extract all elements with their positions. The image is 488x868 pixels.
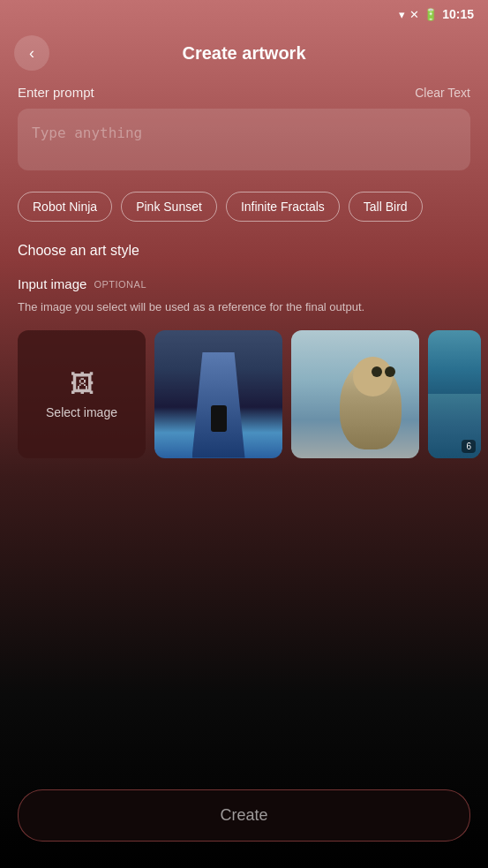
nature-image[interactable]: 6	[428, 330, 481, 458]
optional-badge: OPTIONAL	[94, 279, 146, 290]
chip-tall-bird[interactable]: Tall Bird	[349, 192, 423, 222]
back-icon: ‹	[29, 44, 34, 63]
select-image-label: Select image	[46, 405, 117, 419]
status-bar: ▾ ✕ 🔋 10:15	[0, 0, 488, 28]
content-area: Enter prompt Clear Text Robot Ninja Pink…	[0, 85, 488, 458]
input-image-label: Input image	[18, 276, 86, 291]
escalator-image[interactable]	[154, 330, 282, 458]
owl-right-eye	[385, 366, 395, 377]
clear-text-button[interactable]: Clear Text	[415, 86, 470, 100]
chip-infinite-fractals[interactable]: Infinite Fractals	[226, 192, 340, 222]
prompt-label-row: Enter prompt Clear Text	[18, 85, 470, 100]
wifi-icon: ▾	[399, 8, 405, 21]
header: ‹ Create artwork	[0, 28, 488, 85]
image-number-badge: 6	[462, 440, 476, 453]
create-button[interactable]: Create	[18, 789, 470, 842]
select-image-button[interactable]: 🖼 Select image	[18, 330, 146, 458]
image-grid: 🖼 Select image 6	[18, 330, 470, 458]
chip-robot-ninja[interactable]: Robot Ninja	[18, 192, 112, 222]
status-icons: ▾ ✕ 🔋 10:15	[399, 7, 474, 21]
person-figure	[211, 405, 227, 432]
art-style-section: Choose an art style	[18, 243, 470, 259]
input-image-description: The image you select will be used as a r…	[18, 298, 470, 316]
owl-visual	[291, 330, 419, 458]
bottom-area: Create	[18, 789, 470, 842]
style-chips-row: Robot Ninja Pink Sunset Infinite Fractal…	[18, 192, 470, 222]
input-image-section: Input image OPTIONAL The image you selec…	[18, 276, 470, 458]
escalator-visual	[154, 330, 282, 458]
back-button[interactable]: ‹	[14, 35, 49, 71]
owl-image[interactable]	[291, 330, 419, 458]
signal-icon: ✕	[409, 8, 419, 21]
owl-left-eye	[372, 366, 382, 377]
art-style-title: Choose an art style	[18, 243, 470, 259]
prompt-input[interactable]	[18, 109, 470, 170]
chip-pink-sunset[interactable]: Pink Sunset	[121, 192, 217, 222]
image-placeholder-icon: 🖼	[70, 369, 94, 398]
input-image-header: Input image OPTIONAL	[18, 276, 470, 291]
prompt-label: Enter prompt	[18, 85, 94, 100]
battery-icon: 🔋	[424, 8, 438, 21]
page-title: Create artwork	[49, 43, 439, 64]
nature-visual	[428, 330, 481, 458]
time-display: 10:15	[442, 7, 474, 21]
